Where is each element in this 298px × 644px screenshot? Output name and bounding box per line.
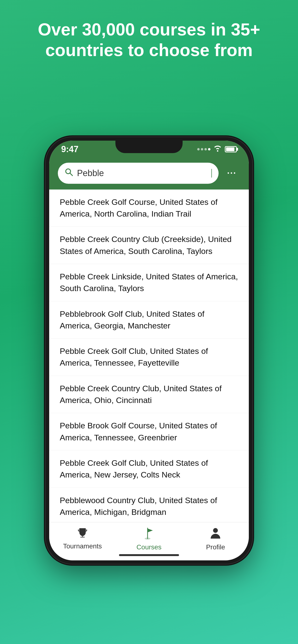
hero-title: Over 30,000 courses in 35+ countries to …: [0, 0, 298, 75]
result-text: Pebble Creek Country Club (Creekside), U…: [60, 234, 232, 256]
list-item[interactable]: Pebblebrook Golf Club, United States of …: [49, 302, 249, 339]
more-button[interactable]: ···: [223, 168, 240, 178]
tab-label-profile: Profile: [206, 544, 225, 551]
tab-profile[interactable]: Profile: [192, 527, 239, 551]
list-item[interactable]: Pebble Creek Golf Club, United States of…: [49, 450, 249, 488]
list-item[interactable]: Pebble Creek Country Club (Creekside), U…: [49, 227, 249, 264]
list-item[interactable]: Pebble Brook Golf Course, United States …: [49, 413, 249, 450]
person-icon: [210, 527, 221, 542]
svg-point-5: [145, 538, 151, 540]
result-text: Pebble Brook Golf Course, United States …: [60, 421, 217, 442]
trophy-icon: [77, 527, 88, 540]
phone-frame: 9:47: [46, 137, 252, 564]
wifi-icon: [213, 145, 222, 153]
text-cursor: [211, 169, 212, 178]
search-icon: [65, 168, 73, 178]
signal-dots: [197, 148, 210, 150]
result-text: Pebble Creek Golf Club, United States of…: [60, 346, 208, 367]
result-text: Pebble Creek Golf Course, United States …: [60, 198, 218, 218]
list-item[interactable]: Pebble Creek Golf Course, United States …: [49, 190, 249, 227]
phone-wrapper: 9:47: [41, 75, 257, 626]
svg-line-1: [70, 173, 72, 176]
result-text: Pebble Creek Golf Club, United States of…: [60, 458, 208, 479]
list-item[interactable]: Pebble Creek Country Club, United States…: [49, 376, 249, 413]
search-bar-row: Pebble ···: [58, 163, 240, 184]
list-item[interactable]: Pebble Creek Golf Club, United States of…: [49, 338, 249, 376]
result-text: Pebblebrook Golf Club, United States of …: [60, 309, 204, 330]
status-bar: 9:47: [49, 141, 249, 158]
search-input[interactable]: Pebble: [77, 168, 207, 178]
result-text: Pebblewood Country Club, United States o…: [60, 496, 217, 516]
battery-icon: [225, 146, 237, 152]
tab-label-tournaments: Tournaments: [63, 542, 102, 550]
status-icons: [197, 145, 237, 153]
result-text: Pebble Creek Country Club, United States…: [60, 384, 222, 405]
tab-tournaments[interactable]: Tournaments: [59, 527, 106, 550]
home-indicator: [119, 554, 179, 556]
list-item[interactable]: Pebblewood Country Club, United States o…: [49, 488, 249, 522]
tab-label-courses: Courses: [136, 544, 162, 551]
notch: [115, 141, 183, 153]
result-text: Pebble Creek Linkside, United States of …: [60, 272, 238, 293]
results-list[interactable]: Pebble Creek Golf Course, United States …: [49, 190, 249, 522]
svg-point-6: [213, 528, 218, 533]
golf-flag-icon: [143, 527, 155, 542]
phone-screen: 9:47: [49, 141, 249, 560]
search-bar[interactable]: Pebble: [58, 163, 219, 184]
search-area: Pebble ···: [49, 158, 249, 190]
status-time: 9:47: [61, 144, 78, 154]
tab-courses[interactable]: Courses: [125, 527, 173, 551]
list-item[interactable]: Pebble Creek Linkside, United States of …: [49, 264, 249, 302]
